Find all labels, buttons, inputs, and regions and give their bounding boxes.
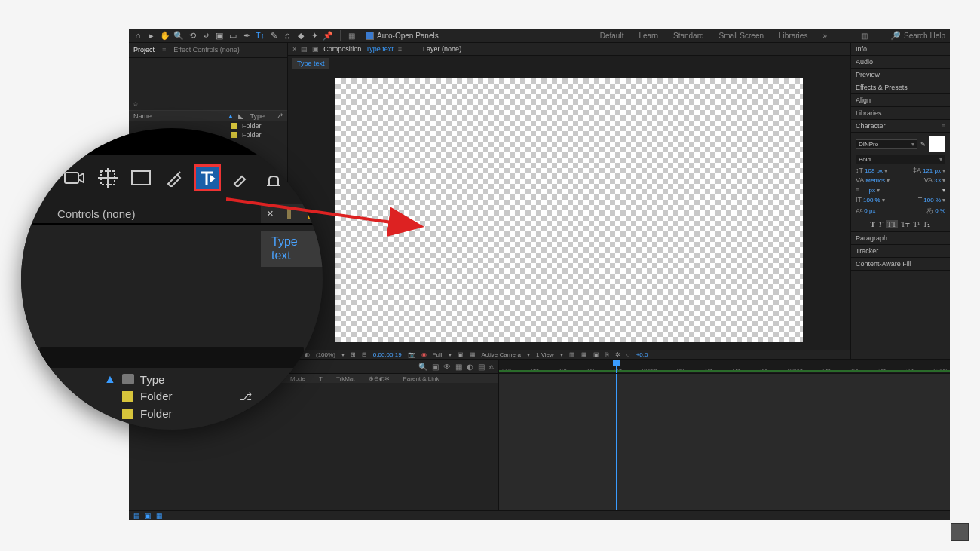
channel-icon[interactable]: ◉ [421,351,427,358]
project-search[interactable]: ⌕ [129,96,287,111]
tl-col-parent[interactable]: Parent & Link [403,375,439,382]
font-size-value[interactable]: 108 px [865,167,883,174]
grid-icon[interactable]: ▦ [348,32,355,40]
superscript-icon[interactable]: T¹ [913,220,920,228]
paragraph-panel-header[interactable]: Paragraph [851,232,950,245]
timeline-tracks[interactable] [499,374,950,510]
workspace-libraries[interactable]: Libraries [779,32,807,40]
composition-name[interactable]: Type text [366,45,394,53]
hand-tool-icon[interactable]: ✋ [161,31,170,40]
font-family-select[interactable]: DINPro [856,139,917,149]
tl-frame-blend-icon[interactable]: ▦ [455,363,462,371]
tl-graph-icon[interactable]: ▤ [478,363,485,371]
audio-panel-header[interactable]: Audio [851,56,950,69]
timecode[interactable]: 0:00:00:19 [373,351,402,358]
align-panel-header[interactable]: Align [851,94,950,107]
exposure-value[interactable]: +0,0 [636,351,648,358]
fast-preview-icon[interactable]: ▣ [593,351,599,358]
workspace-default[interactable]: Default [600,32,624,40]
all-caps-icon[interactable]: TT [886,220,898,228]
kerning-value[interactable]: Metrics [865,177,885,184]
unified-camera-icon[interactable]: ▣ [215,31,224,40]
close-tab-icon[interactable]: × [292,45,296,53]
exposure-reset-icon[interactable]: ○ [626,351,630,358]
workspace-menu-icon[interactable]: » [822,32,827,40]
pen-tool-icon[interactable]: ✒ [242,31,251,40]
layer-tab[interactable]: Layer (none) [423,45,461,53]
auto-open-panels-checkbox[interactable]: Auto-Open Panels [366,32,439,40]
workspace-small-screen[interactable]: Small Screen [719,32,764,40]
zoom-value[interactable]: (100%) [316,351,335,358]
panel-menu-icon[interactable]: ≡ [942,122,945,130]
alpha-icon[interactable]: ◐ [305,351,310,358]
snapshot-icon[interactable]: 📷 [408,351,415,358]
tl-switches-icon[interactable]: ⊕⊖◐✲ [369,375,390,382]
libraries-panel-header[interactable]: Libraries [851,107,950,120]
type-tool-icon[interactable]: T↕ [256,31,265,40]
font-style-select[interactable]: Bold [856,155,945,164]
hscale-value[interactable]: 100 % [923,197,941,204]
interpret-icon[interactable]: ▤ [133,512,140,519]
stroke-width-value[interactable]: — px [861,187,875,194]
caf-panel-header[interactable]: Content-Aware Fill [851,258,950,271]
search-help[interactable]: 🔎 Search Help [890,31,945,41]
playhead[interactable] [616,360,617,373]
subscript-icon[interactable]: T₁ [923,220,930,228]
tracker-panel-header[interactable]: Tracker [851,245,950,258]
character-panel-header[interactable]: Character≡ [851,120,950,133]
resolution-select[interactable]: Full [433,351,443,358]
tracking-value[interactable]: 33 [934,177,941,184]
viewer-icon[interactable]: ▣ [312,45,319,53]
composition-subtab[interactable]: Type text [292,58,329,69]
transparent-canvas[interactable] [335,78,803,342]
reset-workspace-icon[interactable]: ▥ [861,32,868,40]
tsume-value[interactable]: 0 % [935,207,945,214]
project-tab[interactable]: Project [133,46,155,54]
views-select[interactable]: 1 View [536,351,554,358]
shape-tool-icon[interactable]: ▭ [228,31,237,40]
timeline-icon[interactable]: ⎘ [605,351,609,358]
effects-panel-header[interactable]: Effects & Presets [851,81,950,94]
roto-tool-icon[interactable]: ✦ [310,31,319,40]
info-panel-header[interactable]: Info [851,43,950,56]
pixel-aspect-icon[interactable]: ▦ [581,351,587,358]
region-icon[interactable]: ▣ [458,351,464,358]
transparency-grid-icon[interactable]: ▦ [470,351,476,358]
eraser-tool-icon[interactable]: ◆ [296,31,305,40]
project-tab-menu-icon[interactable]: ≡ [162,46,166,54]
tl-shy-icon[interactable]: 👁 [443,363,451,371]
tl-comp-icon[interactable]: ▣ [432,363,439,371]
view-layout-icon[interactable]: ▥ [569,351,575,358]
home-icon[interactable]: ⌂ [133,31,142,40]
leading-value[interactable]: 121 px [923,167,941,174]
faux-bold-icon[interactable]: T [871,220,876,228]
workspace-learn[interactable]: Learn [639,32,658,40]
col-name[interactable]: Name [133,112,228,120]
tl-col-t[interactable]: T [319,375,323,382]
preview-panel-header[interactable]: Preview [851,69,950,81]
tl-col-trkmat[interactable]: TrkMat [336,375,355,382]
orbit-tool-icon[interactable]: ⟲ [188,31,197,40]
lock-icon[interactable]: ▤ [301,45,308,53]
tab-menu-icon[interactable]: ≡ [398,45,402,53]
time-ruler[interactable]: :00f05f10f15f20f01:00f05f10f15f20f02:00f… [499,360,950,374]
faux-italic-icon[interactable]: T [878,220,883,228]
workspace-standard[interactable]: Standard [673,32,704,40]
grid-toggle-icon[interactable]: ⊟ [362,351,367,358]
rotate-tool-icon[interactable]: ⤾ [201,31,210,40]
selection-tool-icon[interactable]: ▸ [147,31,156,40]
eyedropper-icon[interactable]: ✎ [920,141,926,148]
brush-tool-icon[interactable]: ✎ [269,31,278,40]
zoom-tool-icon[interactable]: 🔍 [174,31,183,40]
resolution-icon[interactable]: ⊞ [351,351,356,358]
new-comp-icon[interactable]: ▦ [156,512,163,519]
vscale-value[interactable]: 100 % [863,197,880,204]
flowchart-icon[interactable]: ✲ [615,351,620,358]
puppet-tool-icon[interactable]: 📌 [323,31,332,40]
clone-tool-icon[interactable]: ⎌ [283,31,292,40]
composition-viewer[interactable] [288,71,850,350]
fill-swatch[interactable] [929,136,945,152]
col-type[interactable]: Type [250,112,265,120]
tl-brain-icon[interactable]: ⎌ [489,363,494,371]
camera-select[interactable]: Active Camera [482,351,521,358]
